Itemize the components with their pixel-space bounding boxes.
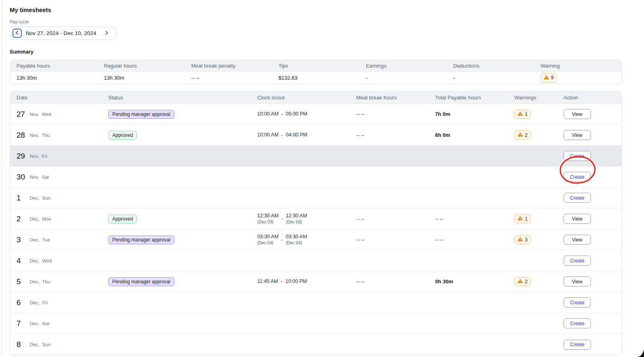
table-row-nov-27: 27Nov, Wed Pending manager approval 10:0… [10, 104, 621, 125]
date-day: 5 [17, 277, 26, 286]
col-total: Total Payable hours [429, 91, 508, 103]
pay-cycle-selector[interactable]: Nov 27, 2024 - Dec 10, 2024 [10, 27, 116, 40]
warning-icon [518, 237, 523, 243]
table-row-dec-7: 7Dec, Sat Create [10, 313, 621, 334]
summary-payable-value: 13h 30m [10, 72, 97, 84]
warnings-badge: 3 [514, 235, 531, 244]
col-status: Status [102, 91, 251, 103]
table-header-row: Date Status Clock in/out Meal break hour… [10, 91, 621, 104]
create-button[interactable]: Create [564, 297, 591, 307]
date-day: 2 [17, 215, 26, 223]
meal-break-value: -- -- [356, 216, 364, 222]
create-button[interactable]: Create [564, 193, 591, 203]
date-sub: Nov, Fri [30, 154, 47, 159]
meal-break-value: -- -- [356, 132, 364, 138]
create-button[interactable]: Create [564, 318, 591, 328]
corner-artifact [638, 349, 644, 357]
meal-break-value: -- -- [356, 111, 364, 117]
date-sub: Nov, Thu [30, 133, 50, 138]
summary-meal-penalty-value: -- -- [185, 72, 272, 84]
summary-earnings-value: - [359, 72, 447, 84]
date-day: 3 [17, 235, 26, 244]
view-button[interactable]: View [564, 277, 591, 287]
status-badge: Pending manager approval [108, 235, 174, 244]
clock-in: 12:30 AM [257, 213, 279, 219]
clock-in: 10:00 AM [257, 111, 279, 118]
clock-out: 12:30 AM [286, 213, 307, 219]
total-payable-value: 7h 0m [435, 111, 450, 117]
pay-cycle-label: Pay-cycle [10, 19, 622, 24]
date-day: 4 [17, 256, 26, 265]
col-action: Action [557, 91, 621, 103]
clock-in: 03:30 AM [257, 234, 279, 240]
create-button[interactable]: Create [564, 151, 591, 161]
summary-col-payable: Payable hours [10, 60, 97, 71]
view-button[interactable]: View [564, 130, 591, 140]
clock-out: 03:30 AM [286, 234, 307, 240]
view-button[interactable]: View [564, 235, 591, 245]
table-row-dec-1: 1Dec, Sun Create [10, 188, 621, 208]
summary-warning-count: 9 [551, 75, 554, 80]
summary-tips-value: $132.63 [272, 72, 359, 84]
clock-in: 10:00 AM [257, 132, 279, 138]
date-sub: Dec, Tue [30, 237, 50, 242]
table-row-dec-6: 6Dec, Fri Create [10, 292, 621, 313]
date-sub: Dec, Sun [30, 196, 50, 200]
status-badge: Approved [108, 215, 137, 223]
summary-title: Summary [10, 49, 622, 55]
create-button-circled[interactable]: Create [564, 172, 591, 182]
date-day: 30 [17, 173, 26, 182]
timesheets-page: My timesheets Pay-cycle Nov 27, 2024 - D… [10, 0, 622, 355]
warning-icon [544, 75, 549, 81]
table-row-nov-28: 28Nov, Thu Approved 10:00 AM-04:00 PM --… [10, 125, 621, 146]
date-day: 8 [17, 340, 26, 349]
date-sub: Dec, Mon [30, 217, 51, 221]
warning-icon [518, 132, 523, 138]
view-button[interactable]: View [564, 214, 591, 224]
summary-values-row: 13h 30m 13h 30m -- -- $132.63 - - 9 [10, 72, 621, 84]
panel-edge-divider [2, 0, 2, 357]
warnings-badge: 1 [514, 214, 531, 223]
summary-deductions-value: - [447, 72, 534, 84]
warnings-badge: 2 [514, 130, 531, 140]
date-day: 7 [17, 319, 26, 328]
create-button[interactable]: Create [564, 340, 591, 350]
create-button[interactable]: Create [564, 256, 591, 266]
total-payable-value: 6h 0m [435, 132, 450, 138]
summary-regular-value: 13h 30m [97, 72, 185, 84]
summary-col-tips: Tips [272, 60, 359, 71]
warning-icon [518, 279, 523, 285]
summary-warning-badge: 9 [541, 73, 557, 83]
warning-icon [518, 216, 523, 222]
meal-break-value: -- -- [356, 279, 364, 285]
summary-card: Payable hours Regular hours Meal break p… [10, 60, 622, 84]
table-row-nov-29: 29Nov, Fri Create [10, 146, 621, 167]
date-sub: Nov, Wed [30, 112, 51, 117]
summary-col-meal-penalty: Meal break penalty [185, 60, 272, 71]
date-sub: Nov, Sat [30, 175, 49, 180]
table-row-dec-2: 2Dec, Mon Approved 12:30 AM(Dec 03)-12:3… [10, 208, 621, 229]
date-sub: Dec, Thu [30, 279, 50, 284]
clock-in-date: (Dec 03) [257, 219, 279, 225]
summary-col-warning: Warning [534, 60, 621, 71]
table-row-dec-5: 5Dec, Thu Pending manager approval 11:45… [10, 271, 621, 292]
status-badge: Pending manager approval [108, 277, 174, 286]
pay-cycle-value: Nov 27, 2024 - Dec 10, 2024 [26, 30, 96, 36]
pay-cycle-next-button[interactable] [102, 29, 111, 38]
warnings-badge: 2 [514, 277, 531, 286]
chevron-left-icon [15, 30, 19, 36]
status-badge: Pending manager approval [108, 110, 174, 119]
summary-col-earnings: Earnings [359, 60, 447, 71]
clock-out: 04:00 PM [286, 132, 308, 138]
clock-out: 05:00 PM [286, 111, 308, 118]
table-row-nov-30: 30Nov, Sat Create [10, 167, 621, 188]
meal-break-value: -- -- [356, 237, 364, 243]
total-payable-value: -- -- [435, 216, 443, 222]
warnings-badge: 1 [514, 109, 531, 119]
view-button[interactable]: View [564, 109, 591, 119]
date-sub: Dec, Wed [30, 258, 52, 263]
summary-header-row: Payable hours Regular hours Meal break p… [10, 60, 621, 72]
table-row-dec-4: 4Dec, Wed Create [10, 250, 621, 271]
pay-cycle-prev-button[interactable] [12, 29, 22, 38]
date-sub: Dec, Sat [30, 321, 49, 326]
